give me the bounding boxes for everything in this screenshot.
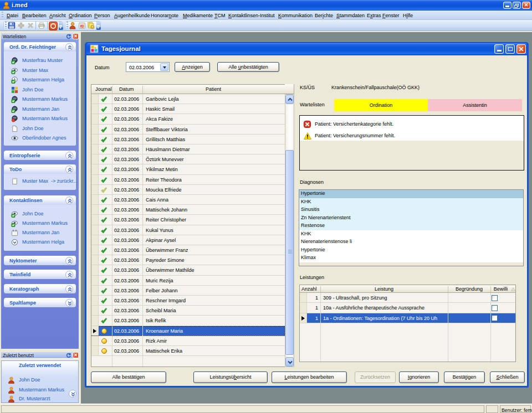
svg-text:14: 14: [81, 25, 84, 28]
